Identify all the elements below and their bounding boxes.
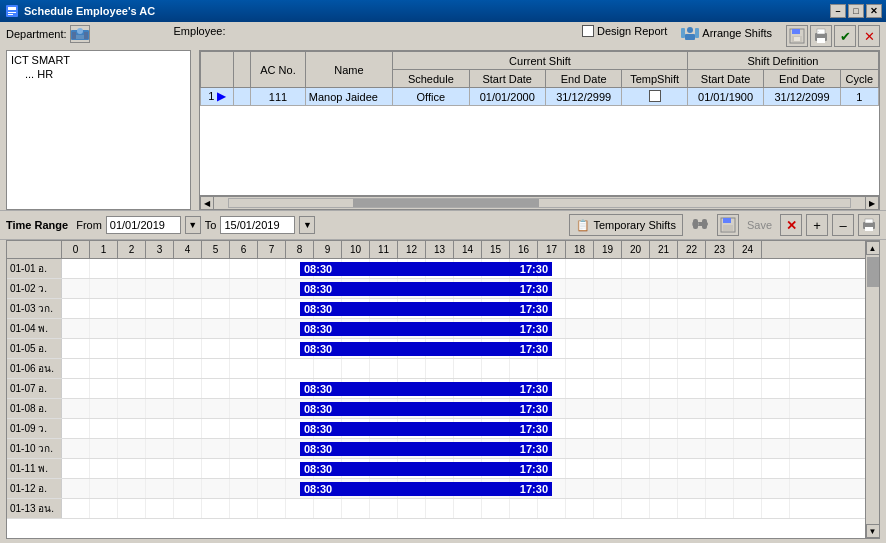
- hour-grid-cell: [398, 499, 426, 518]
- svg-rect-2: [8, 12, 16, 13]
- row-no: 1 ▶: [201, 88, 234, 106]
- hour-grid-cell: [706, 299, 734, 318]
- hour-grid-cell: [202, 439, 230, 458]
- horizontal-scrollbar[interactable]: ◀ ▶: [199, 196, 880, 210]
- schedule-row: 01-04 พ.08:3017:30: [7, 319, 865, 339]
- schedule-row: 01-02 ว.08:3017:30: [7, 279, 865, 299]
- row-name: Manop Jaidee: [305, 88, 392, 106]
- schedule-hours-container: 08:3017:30: [62, 399, 865, 418]
- arrange-shifts-btn[interactable]: Arrange Shifts: [681, 25, 772, 41]
- hour-grid-cell: [622, 479, 650, 498]
- hour-grid-cell: [90, 259, 118, 278]
- shift-end-time: 17:30: [520, 343, 548, 355]
- hour-grid-cell: [762, 339, 790, 358]
- schedule-row: 01-11 พ.08:3017:30: [7, 459, 865, 479]
- main-content: ICT SMART ... HR AC No. Name Current Shi…: [0, 50, 886, 210]
- tempshift-checkbox[interactable]: [649, 90, 661, 102]
- scroll-left-btn[interactable]: ◀: [200, 196, 214, 210]
- from-date-input[interactable]: [106, 216, 181, 234]
- window-body: Department: Employee: Design Report: [0, 22, 886, 543]
- schedule-date-cell: 01-02 ว.: [7, 279, 62, 298]
- hour-grid-cell: [706, 379, 734, 398]
- svg-rect-8: [84, 32, 88, 39]
- hour-grid-cell: [650, 339, 678, 358]
- hour-grid-cell: [90, 459, 118, 478]
- hour-grid-cell: [174, 439, 202, 458]
- svg-rect-11: [681, 28, 685, 38]
- hour-grid-cell: [734, 439, 762, 458]
- department-tree[interactable]: ICT SMART ... HR: [6, 50, 191, 210]
- hour-grid-cell: [678, 319, 706, 338]
- delete-icon[interactable]: ✕: [780, 214, 802, 236]
- svg-rect-24: [702, 219, 707, 229]
- col-header-shift-def: Shift Definition: [687, 52, 878, 70]
- add-icon[interactable]: +: [806, 214, 828, 236]
- tree-item-ict-smart[interactable]: ICT SMART: [9, 53, 188, 67]
- tree-item-hr[interactable]: ... HR: [9, 67, 188, 81]
- hour-grid-cell: [566, 319, 594, 338]
- hour-grid-cell: [566, 259, 594, 278]
- hour-grid-cell: [762, 479, 790, 498]
- close-button[interactable]: ✕: [866, 4, 882, 18]
- save-icon2[interactable]: [717, 214, 739, 236]
- svg-rect-1: [8, 7, 16, 10]
- col-header-name: Name: [305, 52, 392, 88]
- to-date-dropdown[interactable]: ▼: [299, 216, 315, 234]
- hour-grid-cell: [566, 399, 594, 418]
- schedule-row: 01-10 วก.08:3017:30: [7, 439, 865, 459]
- hour-grid-cell: [146, 479, 174, 498]
- hour-grid-cell: [174, 319, 202, 338]
- hour-grid-cell: [678, 499, 706, 518]
- hour-grid-cell: [650, 499, 678, 518]
- from-date-dropdown[interactable]: ▼: [185, 216, 201, 234]
- hour-grid-cell: [230, 259, 258, 278]
- schedule-header: 0 1 2 3 4 5 6 7 8 9 10 11 12 13 14 15 16: [7, 241, 865, 259]
- hour-grid-cell: [594, 359, 622, 378]
- print-icon[interactable]: [810, 25, 832, 47]
- save-label[interactable]: Save: [743, 214, 776, 236]
- to-date-input[interactable]: [220, 216, 295, 234]
- hour-grid-cell: [734, 459, 762, 478]
- svg-rect-3: [8, 14, 13, 15]
- temp-shifts-button[interactable]: 📋 Temporary Shifts: [569, 214, 683, 236]
- table-row[interactable]: 1 ▶ 111 Manop Jaidee Office 01/01/2000 3…: [201, 88, 879, 106]
- hour-grid-cell: [650, 359, 678, 378]
- maximize-button[interactable]: □: [848, 4, 864, 18]
- design-report-check[interactable]: Design Report: [582, 25, 667, 37]
- hour-grid-cell: [594, 499, 622, 518]
- hour-grid-cell: [706, 439, 734, 458]
- hour-grid-cell: [566, 479, 594, 498]
- from-label: From: [76, 219, 102, 231]
- hour-13: 13: [426, 241, 454, 258]
- shift-bar: 08:3017:30: [300, 342, 552, 356]
- schedule-hours-container: 08:3017:30: [62, 459, 865, 478]
- cancel-icon[interactable]: ✕: [858, 25, 880, 47]
- print-icon2[interactable]: [858, 214, 880, 236]
- confirm-icon[interactable]: ✔: [834, 25, 856, 47]
- minimize-button[interactable]: –: [830, 4, 846, 18]
- hour-5: 5: [202, 241, 230, 258]
- scroll-down-btn[interactable]: ▼: [866, 524, 880, 538]
- scroll-up-btn[interactable]: ▲: [866, 241, 880, 255]
- hour-grid-cell: [62, 419, 90, 438]
- scroll-right-btn[interactable]: ▶: [865, 196, 879, 210]
- hour-8: 8: [286, 241, 314, 258]
- hour-grid-cell: [90, 359, 118, 378]
- hour-grid-cell: [454, 359, 482, 378]
- hour-grid-cell: [398, 359, 426, 378]
- schedule-date-cell: 01-10 วก.: [7, 439, 62, 458]
- design-report-checkbox[interactable]: [582, 25, 594, 37]
- save-icon[interactable]: [786, 25, 808, 47]
- col-header-startdate: Start Date: [469, 70, 545, 88]
- hour-grid-cell: [202, 419, 230, 438]
- department-icon[interactable]: [70, 25, 90, 43]
- hour-grid-cell: [622, 499, 650, 518]
- hour-grid-cell: [510, 499, 538, 518]
- hour-1: 1: [90, 241, 118, 258]
- remove-icon[interactable]: –: [832, 214, 854, 236]
- hour-grid-cell: [622, 359, 650, 378]
- vertical-scrollbar[interactable]: ▲ ▼: [865, 241, 879, 538]
- hour-grid-cell: [594, 479, 622, 498]
- employee-table-wrapper: AC No. Name Current Shift Shift Definiti…: [199, 50, 880, 196]
- hour-grid-cell: [174, 359, 202, 378]
